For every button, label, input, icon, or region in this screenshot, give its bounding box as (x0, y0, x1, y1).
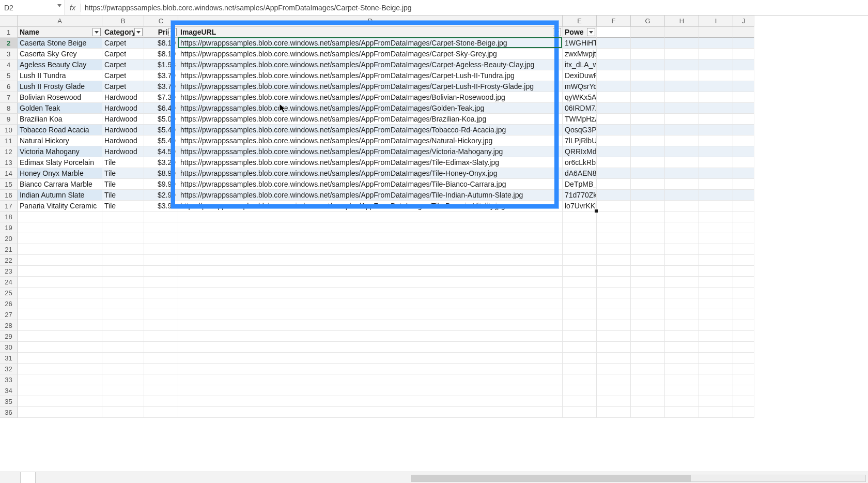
cell-E16[interactable]: 71d770ZkhA (563, 190, 597, 201)
cell-H21[interactable] (665, 244, 699, 255)
row-header-27[interactable]: 27 (0, 309, 18, 320)
cell-B35[interactable] (102, 396, 144, 407)
cell-A28[interactable] (18, 320, 102, 331)
cell-G13[interactable] (631, 157, 665, 168)
cell-C34[interactable] (144, 385, 178, 396)
cell-I29[interactable] (699, 331, 733, 342)
cell-C11[interactable]: $5.49 (144, 135, 178, 146)
cell-E1[interactable]: Powe (563, 27, 597, 38)
cell-J5[interactable] (733, 70, 754, 81)
cell-B25[interactable] (102, 288, 144, 298)
row-header-31[interactable]: 31 (0, 353, 18, 364)
cell-H31[interactable] (665, 353, 699, 364)
cell-B31[interactable] (102, 353, 144, 364)
cell-B9[interactable]: Hardwood (102, 114, 144, 125)
column-header-D[interactable]: D (178, 16, 563, 27)
cell-H19[interactable] (665, 222, 699, 233)
cell-G22[interactable] (631, 255, 665, 266)
cell-A31[interactable] (18, 353, 102, 364)
cell-F24[interactable] (597, 277, 631, 288)
cell-I13[interactable] (699, 157, 733, 168)
row-header-33[interactable]: 33 (0, 374, 18, 385)
filter-button-D[interactable] (553, 28, 561, 36)
cell-I17[interactable] (699, 201, 733, 212)
cell-H30[interactable] (665, 342, 699, 353)
cell-I15[interactable] (699, 179, 733, 190)
row-header-8[interactable]: 8 (0, 103, 18, 114)
cell-B29[interactable] (102, 331, 144, 342)
cell-J7[interactable] (733, 92, 754, 103)
cell-C22[interactable] (144, 255, 178, 266)
row-header-28[interactable]: 28 (0, 320, 18, 331)
cell-B18[interactable] (102, 212, 144, 222)
cell-C2[interactable]: $8.10 (144, 38, 178, 49)
cell-D17[interactable]: https://pwrappssamples.blob.core.windows… (178, 201, 563, 212)
cell-H13[interactable] (665, 157, 699, 168)
cell-C18[interactable] (144, 212, 178, 222)
cell-D26[interactable] (178, 298, 563, 309)
cell-A33[interactable] (18, 374, 102, 385)
row-header-30[interactable]: 30 (0, 342, 18, 353)
cell-B26[interactable] (102, 298, 144, 309)
cell-A26[interactable] (18, 298, 102, 309)
cell-H22[interactable] (665, 255, 699, 266)
cell-G23[interactable] (631, 266, 665, 277)
cell-J6[interactable] (733, 81, 754, 92)
cell-J13[interactable] (733, 157, 754, 168)
cell-J21[interactable] (733, 244, 754, 255)
cell-E29[interactable] (563, 331, 597, 342)
column-header-I[interactable]: I (699, 16, 733, 27)
cell-E12[interactable]: QRRIxMd2fg (563, 146, 597, 157)
cell-E24[interactable] (563, 277, 597, 288)
cell-D22[interactable] (178, 255, 563, 266)
cell-G30[interactable] (631, 342, 665, 353)
horizontal-scrollbar-thumb[interactable] (412, 475, 691, 481)
cell-D25[interactable] (178, 288, 563, 298)
cell-A1[interactable]: Name (18, 27, 102, 38)
cell-C10[interactable]: $5.49 (144, 125, 178, 135)
cell-D8[interactable]: https://pwrappssamples.blob.core.windows… (178, 103, 563, 114)
cell-D34[interactable] (178, 385, 563, 396)
cell-A27[interactable] (18, 309, 102, 320)
cell-F1[interactable] (597, 27, 631, 38)
cell-D33[interactable] (178, 374, 563, 385)
row-header-29[interactable]: 29 (0, 331, 18, 342)
cell-B19[interactable] (102, 222, 144, 233)
cell-H29[interactable] (665, 331, 699, 342)
cell-G16[interactable] (631, 190, 665, 201)
cell-B7[interactable]: Hardwood (102, 92, 144, 103)
cell-C31[interactable] (144, 353, 178, 364)
column-header-C[interactable]: C (144, 16, 178, 27)
cell-D9[interactable]: https://pwrappssamples.blob.core.windows… (178, 114, 563, 125)
cell-B14[interactable]: Tile (102, 168, 144, 179)
cell-J15[interactable] (733, 179, 754, 190)
cell-G5[interactable] (631, 70, 665, 81)
cell-G24[interactable] (631, 277, 665, 288)
cell-I22[interactable] (699, 255, 733, 266)
formula-input[interactable]: https://pwrappssamples.blob.core.windows… (81, 0, 868, 15)
cell-G25[interactable] (631, 288, 665, 298)
cell-J3[interactable] (733, 49, 754, 59)
row-header-3[interactable]: 3 (0, 49, 18, 59)
cell-G17[interactable] (631, 201, 665, 212)
cell-D13[interactable]: https://pwrappssamples.blob.core.windows… (178, 157, 563, 168)
cell-I18[interactable] (699, 212, 733, 222)
cell-I26[interactable] (699, 298, 733, 309)
cell-E21[interactable] (563, 244, 597, 255)
cell-A8[interactable]: Golden Teak (18, 103, 102, 114)
cell-J29[interactable] (733, 331, 754, 342)
cell-F12[interactable] (597, 146, 631, 157)
cell-B22[interactable] (102, 255, 144, 266)
column-header-J[interactable]: J (733, 16, 754, 27)
cell-D23[interactable] (178, 266, 563, 277)
cell-B24[interactable] (102, 277, 144, 288)
cell-I9[interactable] (699, 114, 733, 125)
cell-I11[interactable] (699, 135, 733, 146)
cell-F5[interactable] (597, 70, 631, 81)
cell-G34[interactable] (631, 385, 665, 396)
cell-E10[interactable]: QosqG3PMTc (563, 125, 597, 135)
cell-C9[interactable]: $5.09 (144, 114, 178, 125)
cell-E9[interactable]: TWMpHzAmxE (563, 114, 597, 125)
cell-H2[interactable] (665, 38, 699, 49)
cell-J14[interactable] (733, 168, 754, 179)
